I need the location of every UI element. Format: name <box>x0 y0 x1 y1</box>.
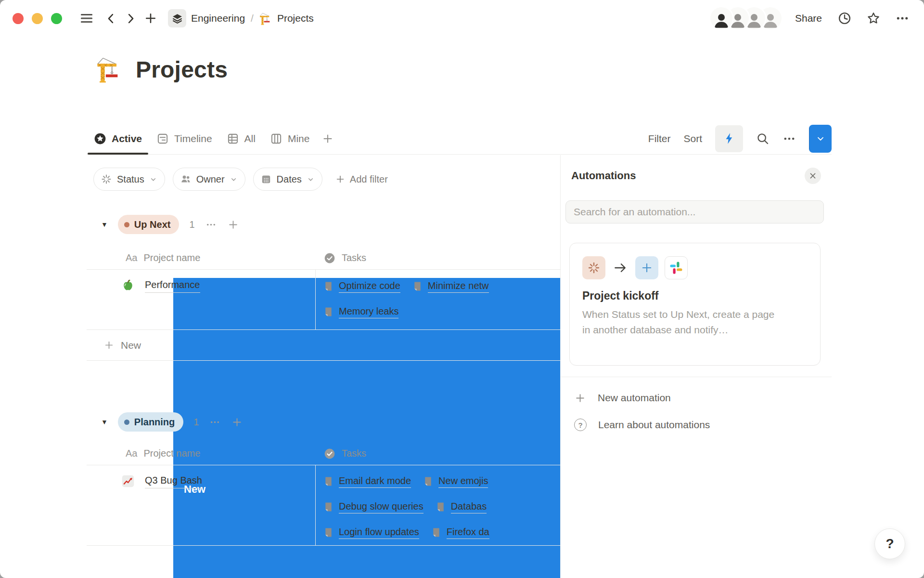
close-panel-button[interactable] <box>805 168 821 184</box>
ellipsis-icon <box>209 416 221 428</box>
group-name: Planning <box>134 417 175 428</box>
automation-card[interactable]: Project kickoff When Status set to Up Ne… <box>569 243 821 366</box>
automation-description: When Status set to Up Next, create a pag… <box>582 307 775 338</box>
column-header-project-name[interactable]: Aa Project name <box>87 442 315 465</box>
table-planning: Aa Project name Tasks Q3 Bug Bash <box>87 442 560 546</box>
new-page-button[interactable] <box>144 12 157 25</box>
forward-button[interactable] <box>124 12 137 25</box>
task-link[interactable]: New emojis <box>423 475 488 488</box>
new-row-label: New <box>121 340 141 351</box>
plus-icon <box>227 219 239 231</box>
board-icon <box>270 132 282 145</box>
star-circle-icon <box>94 132 106 145</box>
task-link[interactable]: Debug slow queries <box>323 501 424 513</box>
tab-label: Active <box>112 133 142 144</box>
automations-button[interactable] <box>715 125 743 152</box>
group-count: 1 <box>189 219 194 230</box>
filter-button[interactable]: Filter <box>648 133 671 144</box>
project-link[interactable]: Performance <box>145 278 200 293</box>
dates-filter-chip[interactable]: Dates <box>253 168 322 191</box>
view-options-button[interactable] <box>783 132 796 145</box>
task-link[interactable]: Memory leaks <box>323 306 398 318</box>
task-link[interactable]: Login flow updates <box>323 526 419 539</box>
tab-timeline[interactable]: Timeline <box>149 123 219 154</box>
page-icon <box>423 476 434 487</box>
collapse-triangle[interactable]: ▼ <box>101 221 108 228</box>
breadcrumb-page[interactable]: Projects <box>277 13 314 24</box>
task-line: Memory leaks <box>323 299 557 325</box>
sidebar-menu-button[interactable] <box>79 11 94 26</box>
project-link[interactable]: Q3 Bug Bash <box>145 474 202 488</box>
tab-all[interactable]: All <box>219 123 263 154</box>
panel-divider <box>561 377 832 377</box>
column-divider <box>315 465 316 545</box>
slack-icon <box>669 261 683 275</box>
task-link[interactable]: Minimize netw <box>412 280 489 293</box>
topbar-left: Engineering / Projects <box>13 9 314 27</box>
window-controls <box>13 13 62 24</box>
automation-card-icons <box>582 256 808 279</box>
tab-label: Timeline <box>174 133 212 144</box>
tab-label: All <box>244 133 256 144</box>
group-add-button[interactable] <box>231 416 243 428</box>
plus-icon <box>321 132 334 145</box>
table-up-next: Aa Project name Tasks Performance <box>87 247 560 361</box>
help-button[interactable]: ? <box>874 528 905 559</box>
task-link[interactable]: Databas <box>435 501 487 513</box>
page-header: Projects <box>96 56 228 83</box>
group-options-button[interactable] <box>209 416 221 428</box>
app-window: Engineering / Projects Share Projects <box>0 0 924 578</box>
chevron-left-icon <box>104 12 117 25</box>
breadcrumb-workspace[interactable]: Engineering <box>191 13 245 24</box>
share-button[interactable]: Share <box>795 13 822 24</box>
back-button[interactable] <box>104 12 117 25</box>
panel-header: Automations <box>571 168 821 184</box>
layers-icon <box>171 13 183 25</box>
tab-mine[interactable]: Mine <box>263 123 317 154</box>
group-add-button[interactable] <box>227 219 239 231</box>
group-options-button[interactable] <box>205 219 217 231</box>
status-filter-chip[interactable]: Status <box>93 168 165 191</box>
column-header-project-name[interactable]: Aa Project name <box>87 247 315 269</box>
task-link[interactable]: Optimize code <box>323 280 400 293</box>
close-window-button[interactable] <box>13 13 24 24</box>
table-header: Aa Project name Tasks <box>87 247 560 270</box>
page-icon <box>323 281 334 292</box>
tab-active[interactable]: Active <box>87 123 149 154</box>
new-record-dropdown[interactable] <box>809 125 832 153</box>
group-pill-planning[interactable]: Planning <box>118 412 183 432</box>
table-icon <box>227 132 239 145</box>
plus-icon <box>231 416 243 428</box>
column-label: Project name <box>143 448 200 459</box>
updates-button[interactable] <box>837 11 852 26</box>
automations-panel: Automations Project kickoff When Status … <box>560 155 832 578</box>
owner-filter-chip[interactable]: Owner <box>173 168 245 191</box>
text-type-icon: Aa <box>126 252 137 263</box>
automation-search-input[interactable] <box>566 206 823 218</box>
favorite-button[interactable] <box>866 11 881 26</box>
topbar-right: Share <box>710 7 910 29</box>
new-automation-button[interactable]: New automation <box>561 384 832 411</box>
new-row-button[interactable]: New <box>87 330 560 361</box>
learn-about-automations-link[interactable]: ? Learn about automations <box>561 411 832 438</box>
avatar[interactable] <box>710 7 732 29</box>
zoom-window-button[interactable] <box>51 13 62 24</box>
task-link[interactable]: Firefox da <box>431 526 489 539</box>
table-row: Performance Optimize code Minimize netw … <box>87 270 560 325</box>
add-view-button[interactable] <box>317 132 339 145</box>
collapse-triangle[interactable]: ▼ <box>101 418 108 426</box>
question-circle-icon: ? <box>574 419 587 431</box>
column-header-tasks[interactable]: Tasks <box>315 442 560 465</box>
add-filter-button[interactable]: Add filter <box>335 174 388 185</box>
sort-button[interactable]: Sort <box>683 133 702 144</box>
group-pill-up-next[interactable]: Up Next <box>118 215 180 234</box>
check-circle-icon <box>323 447 336 460</box>
search-view-button[interactable] <box>756 132 770 145</box>
collaborator-avatars <box>710 7 782 29</box>
task-link[interactable]: Email dark mode <box>323 475 411 488</box>
more-options-button[interactable] <box>895 11 910 26</box>
crane-page-icon[interactable] <box>96 56 123 83</box>
workspace-switcher[interactable] <box>168 9 186 27</box>
column-header-tasks[interactable]: Tasks <box>315 247 560 269</box>
minimize-window-button[interactable] <box>32 13 43 24</box>
